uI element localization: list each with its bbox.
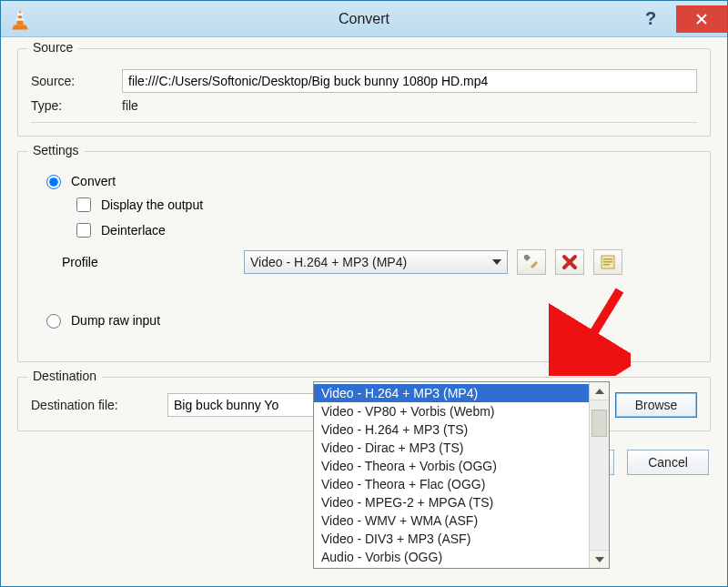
svg-marker-0 [16, 9, 24, 25]
source-input[interactable] [122, 69, 697, 93]
settings-legend: Settings [27, 143, 85, 157]
profile-option[interactable]: Video - VP80 + Vorbis (Webm) [314, 402, 589, 420]
close-button[interactable] [676, 5, 727, 33]
profile-combobox[interactable]: Video - H.264 + MP3 (MP4) [244, 250, 508, 274]
source-group: Source Source: Type: file [17, 48, 711, 137]
display-output-label: Display the output [101, 197, 203, 212]
deinterlace-input[interactable] [76, 223, 91, 238]
source-legend: Source [27, 40, 78, 55]
convert-radio-label: Convert [71, 174, 116, 188]
deinterlace-label: Deinterlace [101, 223, 166, 238]
dump-raw-radio[interactable]: Dump raw input [42, 311, 697, 329]
profile-option[interactable]: Video - Theora + Flac (OGG) [314, 475, 589, 493]
window-title: Convert [1, 11, 727, 27]
scroll-up-icon[interactable] [590, 382, 609, 400]
dump-raw-label: Dump raw input [71, 313, 160, 328]
divider [31, 122, 697, 123]
client-area: Source Source: Type: file Settings Conve… [1, 37, 727, 586]
help-button[interactable]: ? [625, 5, 676, 33]
svg-rect-2 [16, 18, 23, 20]
convert-radio[interactable]: Convert [42, 172, 697, 189]
vlc-cone-icon [8, 7, 32, 31]
close-icon [694, 12, 709, 26]
dropdown-scrollbar[interactable] [589, 382, 609, 568]
profile-option[interactable]: Video - Theora + Vorbis (OGG) [314, 457, 589, 475]
new-profile-icon [600, 254, 616, 270]
dump-raw-input[interactable] [46, 314, 61, 329]
profile-option[interactable]: Audio - Vorbis (OGG) [314, 548, 589, 566]
profile-option[interactable]: Video - Dirac + MP3 (TS) [314, 439, 589, 457]
deinterlace-checkbox[interactable]: Deinterlace [73, 220, 697, 240]
profile-option[interactable]: Video - H.264 + MP3 (TS) [314, 420, 589, 439]
type-label: Type: [31, 98, 122, 113]
x-icon [561, 254, 578, 270]
profile-option[interactable]: Video - MPEG-2 + MPGA (TS) [314, 493, 589, 511]
cancel-button[interactable]: Cancel [627, 450, 709, 475]
chevron-down-icon [492, 259, 501, 265]
profile-selected-text: Video - H.264 + MP3 (MP4) [250, 255, 407, 269]
profile-label: Profile [62, 255, 235, 269]
svg-rect-1 [17, 13, 23, 15]
scroll-thumb[interactable] [592, 410, 607, 437]
new-profile-button[interactable] [593, 249, 622, 275]
convert-radio-input[interactable] [46, 175, 61, 189]
edit-profile-button[interactable] [517, 249, 546, 275]
display-output-checkbox[interactable]: Display the output [73, 195, 697, 215]
settings-group: Settings Convert Display the output Dein… [17, 151, 711, 362]
display-output-input[interactable] [76, 197, 91, 212]
svg-rect-6 [603, 261, 612, 263]
svg-rect-7 [603, 264, 610, 266]
profile-option[interactable]: Video - WMV + WMA (ASF) [314, 511, 589, 530]
titlebar: Convert ? [1, 1, 727, 37]
profile-option[interactable]: Video - H.264 + MP3 (MP4) [314, 384, 589, 402]
wrench-pencil-icon [522, 253, 541, 271]
delete-profile-button[interactable] [555, 249, 584, 275]
destination-legend: Destination [27, 369, 102, 383]
svg-marker-3 [12, 25, 28, 29]
source-label: Source: [31, 74, 122, 88]
scroll-down-icon[interactable] [590, 550, 609, 568]
svg-rect-5 [603, 258, 612, 260]
profile-dropdown-items: Video - H.264 + MP3 (MP4) Video - VP80 +… [314, 382, 589, 568]
profile-option[interactable]: Video - DIV3 + MP3 (ASF) [314, 530, 589, 548]
type-value: file [122, 98, 138, 113]
convert-dialog: Convert ? Source Source: Type: file Sett… [0, 0, 728, 587]
profile-dropdown-list: Video - H.264 + MP3 (MP4) Video - VP80 +… [313, 381, 610, 569]
destination-file-label: Destination file: [31, 398, 158, 412]
browse-button[interactable]: Browse [615, 392, 697, 418]
window-controls: ? [625, 5, 727, 33]
